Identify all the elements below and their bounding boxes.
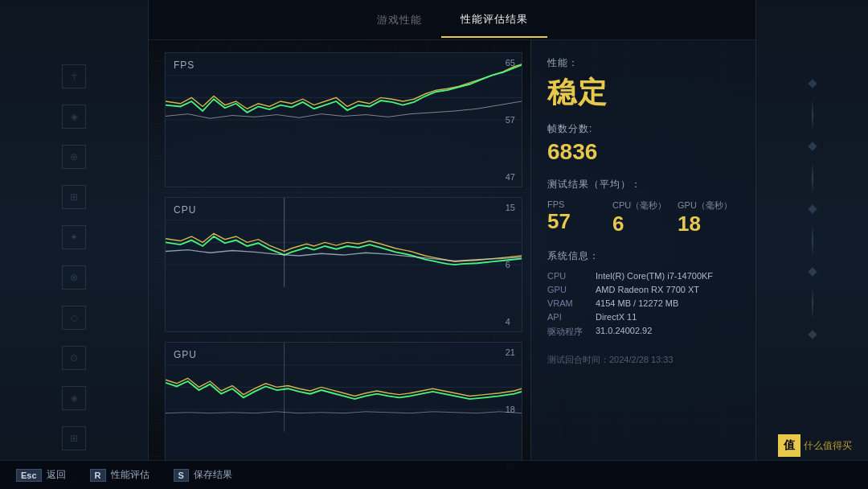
gpu-graph-svg <box>166 343 522 432</box>
bottom-bar: Esc 返回 R 性能评估 S 保存结果 <box>0 460 868 489</box>
cpu-result-value: 6 <box>612 212 674 236</box>
sys-api-val: DirectX 11 <box>596 312 637 322</box>
right-deco-diamond-5 <box>808 330 817 339</box>
deco-bird: ⊗ <box>62 265 86 290</box>
sys-gpu-row: GPU AMD Radeon RX 7700 XT <box>547 285 739 294</box>
cpu-label: CPU <box>174 204 196 216</box>
perf-label: 性能： <box>547 56 739 70</box>
bottom-key-s: S 保存结果 <box>174 468 232 482</box>
info-panel: 性能： 稳定 帧数分数: 6836 测试结果（平均）： FPS 57 CPU（毫… <box>530 40 755 489</box>
sys-vram-key: VRAM <box>547 298 588 308</box>
cpu-result: CPU（毫秒） 6 <box>612 199 674 236</box>
right-deco-line-2 <box>812 162 813 194</box>
esc-label: 返回 <box>47 468 66 482</box>
right-deco-diamond-2 <box>808 142 817 150</box>
fps-result: FPS 57 <box>547 199 609 236</box>
fps-result-value: 57 <box>547 209 609 234</box>
right-panel <box>755 0 868 489</box>
deco-ankh: ☥ <box>62 64 86 88</box>
left-panel: ☥ ◈ ⊕ ⊞ ✦ ⊗ ◇ ⊙ ◈ ⊞ ▲ ◎ <box>0 0 149 489</box>
deco-scarab: ⊕ <box>62 145 86 169</box>
fps-scale-mid: 57 <box>506 115 515 125</box>
r-label: 性能评估 <box>111 468 149 482</box>
content-area: FPS 65 57 47 <box>149 40 755 489</box>
deco-cross: ⊞ <box>62 426 86 450</box>
bottom-key-esc: Esc 返回 <box>16 468 66 482</box>
sys-info-table: CPU Intel(R) Core(TM) i7-14700KF GPU AMD… <box>547 271 739 338</box>
graphs-section: FPS 65 57 47 <box>149 40 530 489</box>
right-deco <box>756 0 868 338</box>
sys-driver-key: 驱动程序 <box>547 326 588 338</box>
cpu-result-label: CPU（毫秒） <box>612 199 674 212</box>
sys-api-key: API <box>547 312 588 322</box>
fps-result-label: FPS <box>547 199 609 209</box>
sys-cpu-val: Intel(R) Core(TM) i7-14700KF <box>596 271 713 281</box>
right-deco-line-3 <box>812 224 813 257</box>
perf-value: 稳定 <box>547 73 739 113</box>
bottom-key-r: R 性能评估 <box>90 468 149 482</box>
cpu-scale-low: 4 <box>506 317 515 327</box>
deco-staff: ◇ <box>62 306 86 330</box>
fps-graph-card: FPS 65 57 47 <box>165 52 522 187</box>
sys-vram-val: 4154 MB / 12272 MB <box>596 298 678 308</box>
sys-gpu-val: AMD Radeon RX 7700 XT <box>596 285 699 294</box>
left-deco-symbols: ☥ ◈ ⊕ ⊞ ✦ ⊗ ◇ ⊙ ◈ ⊞ ▲ ◎ <box>0 64 148 489</box>
gpu-label: GPU <box>174 349 197 360</box>
tab-game-performance[interactable]: 游戏性能 <box>358 3 441 37</box>
gpu-result-label: GPU（毫秒） <box>678 199 739 212</box>
right-deco-line-4 <box>812 287 813 319</box>
sys-driver-row: 驱动程序 31.0.24002.92 <box>547 326 739 338</box>
gpu-scale: 21 18 15 <box>506 343 515 476</box>
sys-vram-row: VRAM 4154 MB / 12272 MB <box>547 298 739 308</box>
deco-lotus: ✦ <box>62 225 86 249</box>
s-label: 保存结果 <box>194 468 232 482</box>
score-value: 6836 <box>547 139 739 165</box>
cpu-graph-card: CPU 15 6 4 <box>165 197 522 332</box>
score-label: 帧数分数: <box>547 122 739 136</box>
right-deco-line-1 <box>812 99 813 131</box>
cpu-scale: 15 6 4 <box>506 198 515 331</box>
right-deco-diamond-1 <box>808 79 817 88</box>
cpu-scale-mid: 6 <box>506 260 515 269</box>
s-badge: S <box>174 469 189 482</box>
fps-scale: 65 57 47 <box>506 53 515 187</box>
watermark: 值 什么值得买 <box>778 434 852 457</box>
cpu-scale-high: 15 <box>506 203 515 212</box>
sys-cpu-row: CPU Intel(R) Core(TM) i7-14700KF <box>547 271 739 281</box>
fps-label: FPS <box>174 60 194 71</box>
esc-badge: Esc <box>16 469 42 482</box>
results-grid: FPS 57 CPU（毫秒） 6 GPU（毫秒） 18 <box>547 199 739 236</box>
fps-scale-high: 65 <box>506 58 515 68</box>
fps-graph-svg <box>166 53 522 142</box>
deco-pillar: ⊞ <box>62 185 86 209</box>
tab-benchmark-results[interactable]: 性能评估结果 <box>441 2 547 38</box>
gpu-result-value: 18 <box>678 212 739 236</box>
right-deco-diamond-4 <box>808 267 817 276</box>
fps-scale-low: 47 <box>506 172 515 182</box>
header: 游戏性能 性能评估结果 <box>149 0 755 40</box>
deco-wave: ◈ <box>62 386 86 410</box>
sys-cpu-key: CPU <box>547 271 588 281</box>
gpu-graph-card: GPU 21 18 15 <box>165 342 522 477</box>
timestamp: 测试回合时间：2024/2/28 13:33 <box>547 354 739 366</box>
cpu-graph-svg <box>166 198 522 287</box>
watermark-icon: 值 <box>778 434 800 457</box>
gpu-scale-high: 21 <box>506 347 515 357</box>
sys-api-row: API DirectX 11 <box>547 312 739 322</box>
r-badge: R <box>90 469 106 482</box>
main-content: 游戏性能 性能评估结果 FPS 65 57 47 <box>149 0 755 489</box>
watermark-text: 什么值得买 <box>804 439 852 453</box>
deco-eye: ◈ <box>62 105 86 129</box>
sys-info-label: 系统信息： <box>547 249 739 263</box>
results-label: 测试结果（平均）： <box>547 178 739 191</box>
sys-gpu-key: GPU <box>547 285 588 294</box>
deco-cart: ⊙ <box>62 346 86 370</box>
gpu-scale-mid: 18 <box>506 405 515 414</box>
right-deco-diamond-3 <box>808 204 817 213</box>
gpu-result: GPU（毫秒） 18 <box>678 199 739 236</box>
sys-driver-val: 31.0.24002.92 <box>596 326 652 338</box>
